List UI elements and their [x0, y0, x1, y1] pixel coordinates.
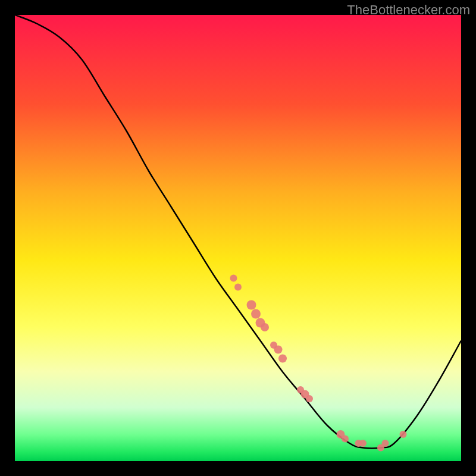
data-point [230, 275, 237, 282]
data-point [306, 395, 313, 402]
data-point [234, 284, 242, 291]
gradient-background [15, 15, 461, 461]
data-point [342, 436, 349, 443]
data-point [251, 309, 261, 319]
data-point [359, 440, 367, 447]
data-point [278, 355, 287, 363]
chart-svg [15, 15, 461, 461]
data-point [382, 440, 389, 447]
plot-area [15, 15, 461, 461]
data-point [261, 323, 269, 331]
data-point [247, 300, 256, 310]
watermark-text: TheBottlenecker.com [347, 2, 470, 18]
data-point [274, 346, 283, 354]
data-point [400, 431, 407, 438]
